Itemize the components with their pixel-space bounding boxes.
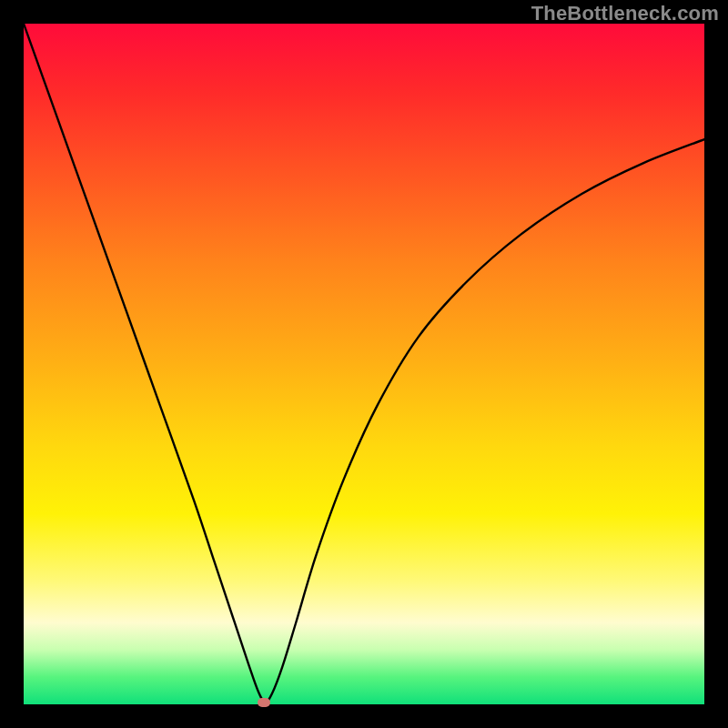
chart-frame: TheBottleneck.com <box>0 0 728 728</box>
watermark-text: TheBottleneck.com <box>531 2 719 25</box>
plot-area <box>24 24 704 704</box>
bottleneck-curve <box>24 24 704 704</box>
optimal-point-marker <box>258 698 270 707</box>
curve-path <box>24 24 704 703</box>
